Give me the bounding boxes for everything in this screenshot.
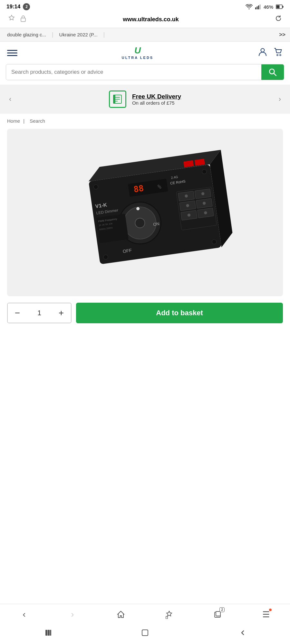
- svg-rect-61: [48, 630, 50, 636]
- svg-rect-1: [256, 6, 257, 9]
- svg-rect-59: [216, 611, 220, 616]
- svg-rect-60: [45, 630, 47, 636]
- tabs-bar: double glazing c... | Ukraine 2022 (P...…: [0, 28, 290, 42]
- bookmarks-button[interactable]: [163, 608, 176, 621]
- system-home-button[interactable]: [141, 629, 149, 638]
- banner-next-arrow[interactable]: ›: [276, 92, 284, 106]
- product-image: 88 % CE RoHS 2.4G OFF ON V1-K LED Dimme: [7, 129, 283, 296]
- menu-notification-dot: [269, 609, 272, 611]
- wifi-icon: [246, 4, 253, 9]
- svg-rect-62: [50, 630, 51, 636]
- home-button[interactable]: [114, 608, 127, 621]
- svg-rect-0: [255, 7, 256, 9]
- svg-rect-7: [21, 18, 25, 22]
- back-button[interactable]: ‹: [18, 608, 31, 621]
- hamburger-line-3: [7, 55, 17, 56]
- search-input[interactable]: [6, 64, 261, 80]
- svg-rect-2: [258, 5, 259, 9]
- bookmark-star-icon[interactable]: [6, 14, 17, 24]
- breadcrumb-current: Search: [30, 118, 45, 124]
- svg-rect-6: [276, 5, 280, 8]
- search-icon: [268, 68, 277, 76]
- status-time: 19:14: [6, 4, 20, 10]
- hamburger-menu[interactable]: [7, 50, 17, 56]
- breadcrumb-separator: |: [23, 118, 24, 124]
- svg-rect-5: [283, 6, 284, 8]
- system-recent-button[interactable]: [238, 629, 246, 638]
- svg-rect-57: [166, 616, 168, 619]
- refresh-icon[interactable]: [273, 14, 284, 24]
- add-to-basket-button[interactable]: Add to basket: [76, 303, 283, 323]
- svg-point-8: [261, 48, 264, 52]
- svg-line-12: [274, 73, 276, 76]
- svg-point-10: [280, 54, 281, 56]
- delivery-book-icon: [112, 94, 123, 104]
- lock-icon: [17, 15, 29, 24]
- menu-button[interactable]: ☰: [259, 608, 272, 621]
- svg-rect-3: [259, 5, 260, 9]
- tab-ukraine[interactable]: Ukraine 2022 (P...: [57, 31, 100, 39]
- svg-point-9: [277, 54, 278, 56]
- product-image-container: 88 % CE RoHS 2.4G OFF ON V1-K LED Dimme: [7, 129, 283, 296]
- account-icon[interactable]: [258, 47, 267, 59]
- forward-button[interactable]: ›: [66, 608, 79, 621]
- tab-divider-2: |: [103, 31, 105, 38]
- system-back-button[interactable]: [44, 629, 52, 638]
- svg-rect-17: [113, 95, 115, 103]
- search-bar[interactable]: [6, 64, 284, 80]
- increment-button[interactable]: +: [52, 303, 71, 323]
- quantity-value: 1: [27, 309, 52, 317]
- battery-icon: [276, 5, 284, 9]
- svg-rect-63: [142, 630, 148, 636]
- signal-icon: [255, 4, 261, 9]
- delivery-icon-box: [109, 90, 126, 108]
- delivery-content: Free UK Delivery On all orders of £75: [109, 90, 181, 108]
- url-bar[interactable]: www.ultraleds.co.uk: [29, 16, 273, 23]
- delivery-text: Free UK Delivery On all orders of £75: [132, 93, 181, 106]
- system-nav-bar: [0, 625, 290, 644]
- breadcrumb-home[interactable]: Home: [7, 118, 20, 124]
- browser-bar: www.ultraleds.co.uk: [0, 12, 290, 28]
- search-button[interactable]: [261, 64, 284, 80]
- banner-prev-arrow[interactable]: ‹: [6, 92, 14, 106]
- svg-text:ON: ON: [153, 221, 160, 227]
- breadcrumb: Home | Search: [0, 114, 290, 126]
- svg-text:88: 88: [133, 183, 144, 194]
- notification-badge: 2: [23, 3, 30, 10]
- header-icons: [258, 47, 283, 59]
- tabs-count-badge: 2: [219, 607, 225, 612]
- decrement-button[interactable]: −: [8, 303, 27, 323]
- delivery-subtitle: On all orders of £75: [132, 100, 181, 106]
- delivery-banner: ‹ Free UK Delivery On all orders of £75 …: [0, 85, 290, 114]
- hamburger-line-1: [7, 50, 17, 51]
- tabs-button[interactable]: 2: [211, 608, 224, 621]
- logo-subtext: ULTRA LEDS: [122, 56, 153, 60]
- status-bar: 19:14 2 46%: [0, 0, 290, 12]
- more-tabs-button[interactable]: >>: [279, 32, 285, 38]
- quantity-control: − 1 +: [7, 303, 72, 323]
- add-to-basket-row: − 1 + Add to basket: [7, 303, 283, 323]
- delivery-title: Free UK Delivery: [132, 93, 181, 100]
- tab-divider-1: |: [52, 31, 53, 38]
- hamburger-line-2: [7, 52, 17, 53]
- site-logo[interactable]: U ULTRA LEDS: [122, 46, 153, 60]
- cart-icon[interactable]: [273, 47, 283, 59]
- tab-double-glazing[interactable]: double glazing c...: [5, 31, 49, 39]
- bottom-browser-nav: ‹ › 2 ☰: [0, 604, 290, 625]
- battery-level: 46%: [264, 4, 273, 10]
- site-header: U ULTRA LEDS: [0, 42, 290, 64]
- logo-letter: U: [134, 46, 141, 55]
